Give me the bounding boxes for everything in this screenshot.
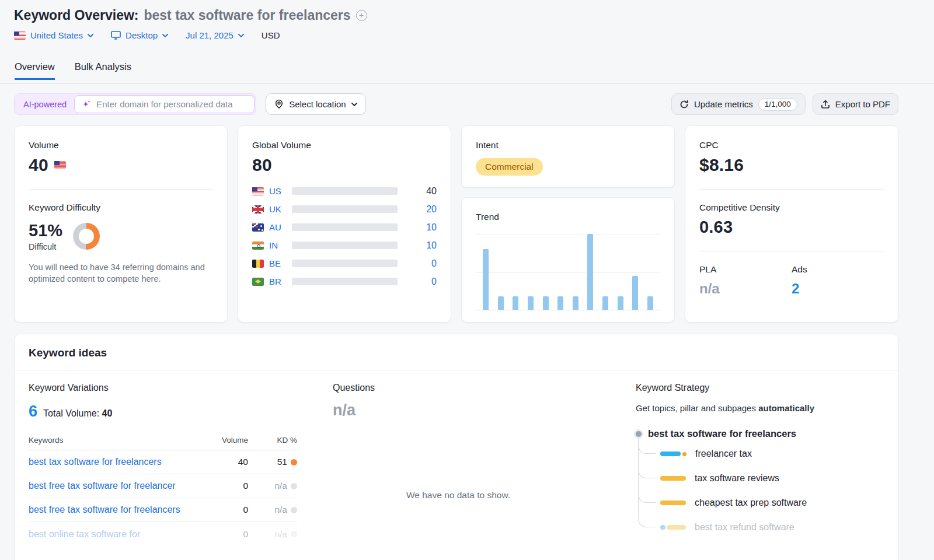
us-flag-icon bbox=[14, 32, 26, 40]
root-node-dot-icon bbox=[636, 431, 642, 437]
intent-label: Intent bbox=[476, 140, 660, 150]
trend-bar bbox=[513, 296, 518, 310]
global-volume-label: Global Volume bbox=[252, 140, 437, 150]
update-quota-badge: 1/1,000 bbox=[758, 98, 797, 111]
strategy-child-label: cheapest tax prep software bbox=[695, 498, 807, 508]
domain-input[interactable] bbox=[96, 99, 247, 109]
kd-note: You will need to have 34 referring domai… bbox=[29, 262, 213, 285]
select-location-button[interactable]: Select location bbox=[266, 93, 366, 115]
us-flag-icon bbox=[54, 161, 66, 169]
main-tabs: Overview Bulk Analysis bbox=[15, 61, 131, 80]
keyword-volume: 0 bbox=[214, 481, 248, 491]
country-code: BE bbox=[269, 258, 287, 268]
intent-badge[interactable]: Commercial bbox=[476, 158, 543, 176]
kd-donut-chart bbox=[73, 223, 100, 250]
trend-bar bbox=[557, 296, 563, 310]
pla-value: n/a bbox=[699, 281, 792, 297]
keyword-variations-label: Keyword Variations bbox=[29, 383, 310, 393]
keyword-kd: n/a bbox=[274, 529, 297, 540]
country-volume-value: 20 bbox=[411, 204, 437, 215]
chevron-down-icon bbox=[238, 34, 244, 37]
table-row: best free tax software for freelancer0n/… bbox=[29, 474, 297, 498]
keyword-kd: n/a bbox=[274, 481, 297, 491]
page-title-label: Keyword Overview: bbox=[14, 8, 138, 23]
strategy-child-node[interactable]: tax software reviews bbox=[636, 466, 898, 491]
filter-device[interactable]: Desktop bbox=[111, 30, 168, 40]
strategy-child-node[interactable]: best tax refund software bbox=[636, 515, 898, 540]
strategy-child-node[interactable]: freelancer tax bbox=[636, 442, 898, 466]
divider bbox=[699, 251, 884, 251]
metric-cards: Volume 40 Keyword Difficulty 51% Difficu… bbox=[14, 125, 898, 323]
filter-date-label: Jul 21, 2025 bbox=[186, 30, 234, 40]
keyword-ideas-title: Keyword ideas bbox=[15, 334, 898, 370]
keyword-strategy-label: Keyword Strategy bbox=[636, 383, 898, 393]
country-code: IN bbox=[269, 240, 287, 250]
intent-trend-column: Intent Commercial Trend bbox=[461, 125, 675, 323]
strategy-root-node[interactable]: best tax software for freelancers bbox=[636, 428, 898, 439]
trend-bar bbox=[498, 296, 504, 310]
table-row: best online tax software for0n/a bbox=[29, 522, 297, 546]
kd-dot-icon bbox=[291, 483, 297, 489]
topic-pill-icon bbox=[660, 501, 686, 505]
keyword-ideas-card: Keyword ideas Keyword Variations 6 Total… bbox=[14, 334, 898, 560]
country-code: BR bbox=[269, 276, 287, 286]
country-code: US bbox=[269, 186, 287, 196]
trend-bar bbox=[632, 276, 638, 310]
ai-powered-badge: AI-powered bbox=[16, 100, 74, 109]
location-pin-icon bbox=[274, 99, 284, 109]
trend-bar bbox=[647, 296, 653, 310]
divider bbox=[699, 189, 884, 190]
export-icon bbox=[821, 100, 830, 109]
tab-bulk-analysis[interactable]: Bulk Analysis bbox=[75, 61, 131, 80]
volume-bar bbox=[292, 242, 398, 249]
filter-date[interactable]: Jul 21, 2025 bbox=[186, 30, 244, 40]
global-volume-row: BE0 bbox=[252, 254, 437, 272]
keyword-link[interactable]: best tax software for freelancers bbox=[29, 457, 162, 467]
topic-pill-icon bbox=[660, 452, 686, 456]
filter-device-label: Desktop bbox=[126, 30, 158, 40]
trend-bar bbox=[602, 296, 608, 310]
table-header: Keywords Volume KD % bbox=[29, 436, 297, 450]
trend-bar bbox=[587, 234, 593, 310]
chevron-down-icon bbox=[162, 34, 168, 37]
tab-overview[interactable]: Overview bbox=[15, 61, 55, 80]
update-metrics-button[interactable]: Update metrics 1/1,000 bbox=[671, 93, 806, 115]
column-header-kd: KD % bbox=[248, 436, 297, 444]
volume-bar bbox=[292, 260, 398, 267]
keyword-link[interactable]: best free tax software for freelancers bbox=[29, 505, 180, 514]
trend-card: Trend bbox=[461, 197, 675, 323]
table-row: best tax software for freelancers4051 bbox=[29, 450, 297, 474]
global-volume-row: US40 bbox=[252, 182, 437, 200]
cpc-label: CPC bbox=[699, 140, 884, 150]
export-pdf-button[interactable]: Export to PDF bbox=[813, 93, 898, 115]
country-volume-value: 10 bbox=[411, 222, 437, 233]
kd-dot-icon bbox=[291, 507, 297, 513]
competitive-density-value: 0.63 bbox=[699, 218, 884, 237]
questions-label: Questions bbox=[333, 383, 578, 393]
keyword-link[interactable]: best online tax software for bbox=[29, 529, 140, 539]
country-volume-value: 0 bbox=[411, 276, 437, 287]
kd-label: Keyword Difficulty bbox=[29, 202, 213, 213]
filter-location[interactable]: United States bbox=[14, 30, 93, 40]
global-volume-row: UK20 bbox=[252, 200, 437, 218]
keyword-volume: 0 bbox=[214, 505, 248, 515]
ads-value[interactable]: 2 bbox=[792, 281, 884, 297]
currency-label: USD bbox=[262, 30, 280, 40]
ads-label: Ads bbox=[792, 264, 884, 275]
total-volume-label: Total Volume: bbox=[43, 408, 99, 418]
intent-card: Intent Commercial bbox=[461, 125, 675, 188]
in-flag-icon bbox=[252, 242, 264, 250]
trend-bar bbox=[543, 296, 549, 310]
add-keyword-icon[interactable]: + bbox=[356, 10, 367, 21]
keyword-strategy-section: Keyword Strategy Get topics, pillar and … bbox=[636, 383, 898, 540]
uk-flag-icon bbox=[252, 205, 264, 214]
variations-count[interactable]: 6 bbox=[29, 402, 37, 421]
kd-value: 51% bbox=[29, 221, 62, 240]
trend-bar bbox=[483, 249, 489, 310]
volume-bar bbox=[292, 205, 398, 213]
trend-label: Trend bbox=[476, 212, 660, 222]
keyword-link[interactable]: best free tax software for freelancer bbox=[29, 481, 176, 491]
volume-card: Volume 40 Keyword Difficulty 51% Difficu… bbox=[14, 125, 228, 323]
strategy-child-node[interactable]: cheapest tax prep software bbox=[636, 491, 898, 515]
strategy-child-label: freelancer tax bbox=[695, 449, 752, 459]
